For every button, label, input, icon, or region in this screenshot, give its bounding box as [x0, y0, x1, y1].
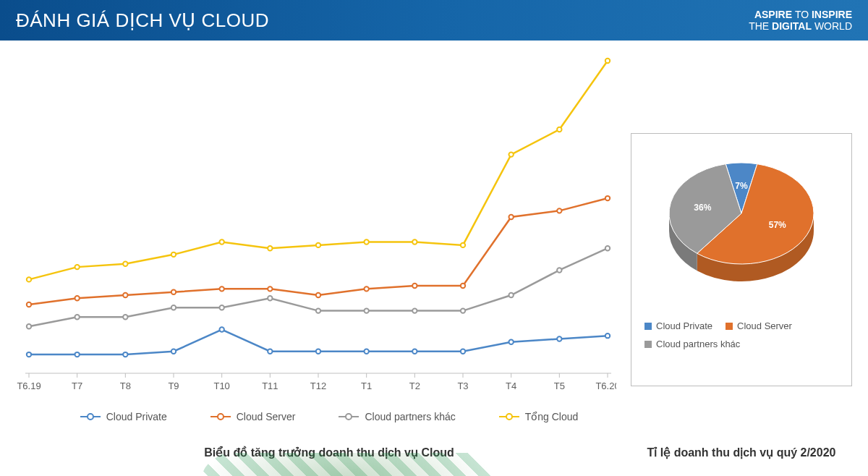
svg-point-53 — [27, 324, 31, 328]
decorative-footer-graphic — [0, 453, 868, 476]
svg-text:T5: T5 — [554, 381, 565, 391]
svg-point-54 — [75, 315, 79, 319]
svg-point-62 — [461, 308, 465, 313]
svg-text:T8: T8 — [120, 381, 131, 391]
brand-tagline: ASPIRE TO INSPIRE THE DIGITAL WORLD — [749, 9, 852, 32]
svg-point-31 — [219, 327, 224, 331]
svg-point-56 — [171, 305, 176, 310]
pie-chart-legend: Cloud Private Cloud Server Cloud partner… — [639, 320, 844, 349]
svg-point-64 — [557, 268, 561, 272]
svg-point-47 — [364, 286, 368, 291]
svg-point-28 — [75, 352, 79, 357]
svg-point-70 — [219, 239, 224, 244]
svg-point-76 — [509, 152, 513, 156]
svg-point-75 — [461, 243, 465, 247]
tagline-text: THE — [749, 20, 772, 32]
slide-title: ĐÁNH GIÁ DỊCH VỤ CLOUD — [16, 9, 269, 32]
svg-point-63 — [509, 293, 513, 297]
legend-swatch-icon — [80, 416, 101, 418]
legend-label: Tổng Cloud — [525, 411, 579, 422]
svg-point-29 — [123, 352, 127, 357]
legend-label: Cloud Server — [237, 411, 296, 422]
svg-point-65 — [605, 246, 610, 250]
legend-swatch-icon — [726, 323, 733, 330]
tagline-text: WORLD — [812, 20, 852, 32]
svg-point-39 — [605, 333, 610, 338]
tagline-text: ASPIRE — [754, 9, 795, 20]
svg-text:T2: T2 — [409, 381, 420, 391]
svg-text:T6.20: T6.20 — [595, 381, 616, 391]
legend-label: Cloud Server — [737, 320, 792, 331]
svg-point-50 — [509, 215, 513, 219]
line-chart: T6.19T7T8T9T10T11T12T1T2T3T4T5T6.20 — [16, 55, 616, 402]
tagline-text: TO — [795, 9, 812, 20]
svg-point-49 — [461, 284, 465, 288]
svg-point-27 — [27, 352, 31, 357]
svg-point-30 — [171, 349, 176, 354]
legend-swatch-icon — [499, 416, 519, 418]
svg-point-36 — [461, 349, 465, 354]
svg-text:T11: T11 — [262, 381, 278, 391]
svg-point-66 — [27, 277, 31, 281]
svg-point-68 — [123, 262, 127, 266]
svg-point-69 — [171, 252, 176, 257]
svg-point-33 — [316, 349, 320, 354]
svg-point-77 — [557, 127, 561, 132]
legend-label: Cloud partners khác — [656, 339, 740, 349]
svg-text:T10: T10 — [213, 381, 229, 391]
svg-text:36%: 36% — [694, 203, 711, 213]
svg-text:T3: T3 — [457, 381, 468, 391]
svg-text:T4: T4 — [506, 381, 516, 391]
svg-point-46 — [316, 293, 320, 297]
pie-chart-panel: 7%57%36% Cloud Private Cloud Server Clou… — [631, 133, 852, 386]
svg-text:57%: 57% — [769, 220, 786, 230]
svg-text:T7: T7 — [72, 381, 82, 391]
tagline-text: INSPIRE — [812, 9, 852, 20]
svg-point-40 — [27, 302, 31, 307]
legend-swatch-icon — [644, 323, 652, 330]
svg-point-51 — [557, 208, 561, 213]
legend-item-cloud-server: Cloud Server — [210, 408, 296, 425]
svg-text:7%: 7% — [735, 181, 748, 191]
svg-point-74 — [412, 239, 417, 244]
svg-point-58 — [268, 296, 272, 300]
svg-point-32 — [268, 349, 272, 354]
svg-point-34 — [364, 349, 368, 354]
svg-point-71 — [268, 246, 272, 250]
svg-point-44 — [219, 286, 224, 291]
svg-point-35 — [412, 349, 417, 354]
legend-label: Cloud Private — [106, 411, 167, 422]
tagline-text: DIGITAL — [772, 20, 812, 32]
pie-chart: 7%57%36% — [662, 154, 821, 292]
svg-point-45 — [268, 286, 272, 291]
legend-swatch-icon — [339, 416, 359, 418]
legend-swatch-icon — [644, 341, 652, 348]
pie-legend-item-private: Cloud Private — [644, 320, 712, 331]
pie-legend-item-server: Cloud Server — [726, 320, 792, 331]
slide-header: ĐÁNH GIÁ DỊCH VỤ CLOUD ASPIRE TO INSPIRE… — [0, 0, 868, 41]
legend-label: Cloud partners khác — [365, 411, 455, 422]
svg-point-57 — [219, 305, 224, 310]
legend-item-cloud-private: Cloud Private — [80, 408, 167, 425]
svg-point-37 — [509, 340, 513, 344]
legend-item-cloud-partners: Cloud partners khác — [339, 408, 455, 425]
svg-point-73 — [364, 239, 368, 244]
svg-point-55 — [123, 315, 127, 319]
svg-point-38 — [557, 336, 561, 341]
svg-text:T9: T9 — [168, 381, 179, 391]
svg-point-60 — [364, 308, 368, 313]
legend-label: Cloud Private — [656, 320, 712, 331]
svg-point-67 — [75, 265, 79, 269]
legend-swatch-icon — [210, 416, 231, 418]
svg-point-43 — [171, 289, 176, 294]
svg-point-78 — [605, 59, 610, 63]
svg-text:T6.19: T6.19 — [17, 381, 41, 391]
legend-item-tong-cloud: Tổng Cloud — [499, 408, 579, 425]
svg-text:T1: T1 — [361, 381, 372, 391]
svg-point-48 — [412, 284, 417, 288]
line-chart-legend: Cloud Private Cloud Server Cloud partner… — [43, 408, 615, 425]
svg-text:T12: T12 — [310, 381, 326, 391]
pie-legend-item-partners: Cloud partners khác — [644, 339, 740, 349]
svg-point-59 — [316, 308, 320, 313]
slide-body: T6.19T7T8T9T10T11T12T1T2T3T4T5T6.20 Clou… — [0, 41, 868, 476]
